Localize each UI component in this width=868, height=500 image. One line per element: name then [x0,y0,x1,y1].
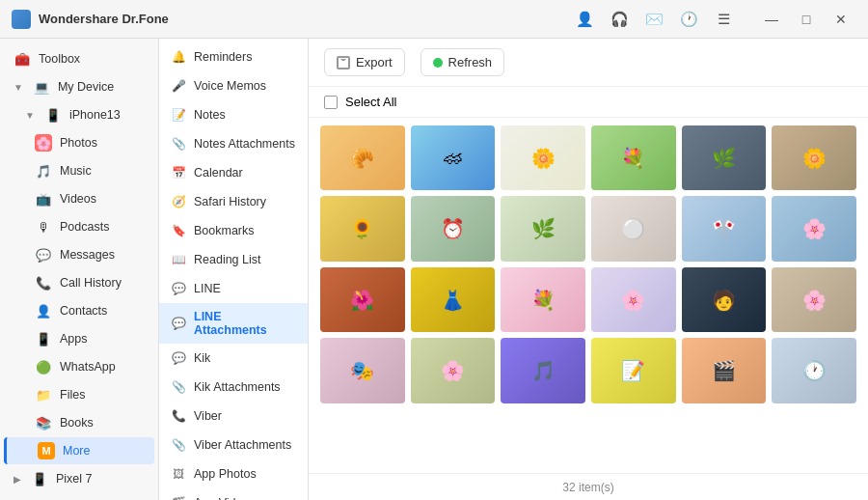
mid-item-app-videos[interactable]: 🎬 App Videos [159,488,308,500]
music-label: Music [60,164,92,178]
photos-label: Photos [60,136,97,150]
photo-cell-p21[interactable]: 🎵 [501,338,585,403]
photo-cell-p18[interactable]: 🌸 [772,267,856,332]
photo-cell-p15[interactable]: 💐 [501,267,585,332]
mid-item-bookmarks[interactable]: 🔖 Bookmarks [159,216,308,245]
mid-item-app-photos[interactable]: 🖼 App Photos [159,459,308,488]
app-photos-icon: 🖼 [171,466,186,482]
iphone13-chevron: ▼ [25,110,35,121]
sidebar-item-apps[interactable]: 📱 Apps [4,325,154,352]
photo-cell-p9[interactable]: 🌿 [501,196,585,261]
photos-icon: 🌸 [35,134,52,152]
sidebar-item-my-device[interactable]: ▼ 💻 My Device [4,73,154,100]
photo-cell-p6[interactable]: 🌼 [772,125,856,190]
my-device-label: My Device [58,80,114,94]
maximize-button[interactable]: □ [791,6,822,33]
books-icon: 📚 [35,414,52,431]
sidebar-item-pixel7[interactable]: ▶ 📱 Pixel 7 [4,465,154,492]
photo-cell-p3[interactable]: 🌼 [501,125,585,190]
apps-icon: 📱 [35,330,52,347]
select-all-checkbox[interactable] [324,96,338,109]
photo-cell-p19[interactable]: 🎭 [320,338,405,403]
iphone13-device-icon: 📱 [44,106,62,124]
sidebar-item-videos[interactable]: 📺 Videos [4,185,154,212]
photo-cell-p2[interactable]: 🏎 [411,125,496,190]
history-icon[interactable]: 🕐 [675,6,702,33]
export-arrow [340,59,346,66]
profile-icon[interactable]: 👤 [571,6,598,33]
viber-attachments-label: Viber Attachments [194,438,291,452]
photo-cell-p23[interactable]: 🎬 [682,338,767,403]
mid-item-notes[interactable]: 📝 Notes [159,100,308,129]
sidebar-item-whatsapp[interactable]: 🟢 WhatsApp [4,353,154,380]
videos-label: Videos [60,192,96,206]
notes-label: Notes [194,108,226,122]
photo-cell-p11[interactable]: 🎌 [682,196,767,261]
photo-p7: 🌻 [320,196,405,261]
mid-item-reminders[interactable]: 🔔 Reminders [159,42,308,71]
kik-icon: 💬 [171,350,186,366]
photo-cell-p1[interactable]: 🥐 [320,125,405,190]
photo-cell-p20[interactable]: 🌸 [411,338,496,403]
headset-icon[interactable]: 🎧 [606,6,633,33]
mid-item-reading-list[interactable]: 📖 Reading List [159,245,308,274]
photo-p4: 💐 [591,125,676,190]
photo-p18: 🌸 [772,267,856,332]
mid-item-voice-memos[interactable]: 🎤 Voice Memos [159,71,308,100]
sidebar-item-toolbox[interactable]: 🧰 Toolbox [4,45,154,72]
sidebar-item-more[interactable]: M More [4,437,154,464]
sidebar-item-music[interactable]: 🎵 Music [4,157,154,184]
mid-item-calendar[interactable]: 📅 Calendar [159,158,308,187]
toolbox-icon: 🧰 [14,50,31,68]
photo-cell-p8[interactable]: ⏰ [411,196,496,261]
mail-icon[interactable]: ✉️ [640,6,667,33]
mid-item-line-attachments[interactable]: 💬 LINE Attachments [159,303,308,344]
photo-p23: 🎬 [682,338,767,403]
photo-cell-p17[interactable]: 🧑 [682,267,767,332]
minimize-button[interactable]: — [756,6,787,33]
close-button[interactable]: ✕ [826,6,856,33]
export-button[interactable]: Export [324,48,405,76]
sidebar-item-my-backup[interactable]: ▼ 💾 My Backup [4,493,154,500]
sidebar-item-messages[interactable]: 💬 Messages [4,241,154,268]
sidebar-item-files[interactable]: 📁 Files [4,381,154,408]
photo-cell-p13[interactable]: 🌺 [320,267,405,332]
safari-history-icon: 🧭 [171,194,186,209]
photo-p12: 🌸 [772,196,856,261]
photo-p14: 👗 [411,267,496,332]
bookmarks-icon: 🔖 [171,223,186,238]
photo-cell-p16[interactable]: 🌸 [591,267,676,332]
mid-item-line[interactable]: 💬 LINE [159,274,308,303]
refresh-label: Refresh [448,55,493,69]
photo-cell-p10[interactable]: ⚪ [591,196,676,261]
reminders-label: Reminders [194,50,252,64]
photo-cell-p24[interactable]: 🕐 [772,338,856,403]
mid-item-kik[interactable]: 💬 Kik [159,344,308,373]
mid-item-viber-attachments[interactable]: 📎 Viber Attachments [159,431,308,459]
sidebar-item-books[interactable]: 📚 Books [4,409,154,436]
photo-cell-p7[interactable]: 🌻 [320,196,405,261]
photo-p13: 🌺 [320,267,405,332]
photo-cell-p22[interactable]: 📝 [591,338,676,403]
sidebar-item-iphone13[interactable]: ▼ 📱 iPhone13 [4,101,154,128]
sidebar-item-call-history[interactable]: 📞 Call History [4,269,154,296]
titlebar-action-icons: 👤 🎧 ✉️ 🕐 ☰ [571,6,737,33]
menu-icon[interactable]: ☰ [710,6,737,33]
files-icon: 📁 [35,386,52,403]
photo-cell-p4[interactable]: 💐 [591,125,676,190]
mid-item-safari-history[interactable]: 🧭 Safari History [159,187,308,216]
sidebar: 🧰 Toolbox ▼ 💻 My Device ▼ 📱 iPhone13 🌸 P… [0,39,159,500]
mid-item-kik-attachments[interactable]: 📎 Kik Attachments [159,373,308,402]
apps-label: Apps [60,332,88,346]
sidebar-item-photos[interactable]: 🌸 Photos [4,129,154,156]
photo-cell-p5[interactable]: 🌿 [682,125,767,190]
sidebar-item-contacts[interactable]: 👤 Contacts [4,297,154,324]
music-icon: 🎵 [35,162,52,180]
refresh-button[interactable]: Refresh [420,48,505,76]
sidebar-item-podcasts[interactable]: 🎙 Podcasts [4,213,154,240]
photo-cell-p12[interactable]: 🌸 [772,196,856,261]
mid-item-notes-attachments[interactable]: 📎 Notes Attachments [159,129,308,158]
photo-cell-p14[interactable]: 👗 [411,267,496,332]
mid-item-viber[interactable]: 📞 Viber [159,402,308,431]
export-label: Export [356,55,393,69]
